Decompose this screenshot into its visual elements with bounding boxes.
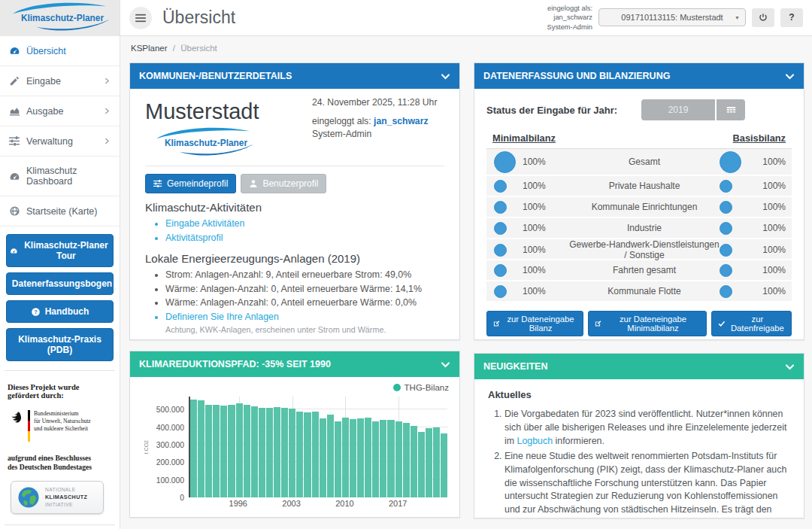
panel-title: NEUIGKEITEN	[483, 361, 547, 372]
minimalbilanz-percent: 100%	[523, 223, 569, 233]
help-button[interactable]: ?	[780, 8, 803, 27]
nki-globe-icon	[17, 486, 40, 509]
basisbilanz-percent: 100%	[750, 245, 786, 255]
sidebar-item-label: Verwaltung	[26, 136, 73, 147]
eagle-icon	[8, 410, 24, 430]
sidebar-item-verwaltung[interactable]: Verwaltung	[0, 126, 120, 157]
panel-title: KOMMUNEN-/BENUTZERDETAILS	[139, 71, 292, 81]
sidebar-item-label: Eingabe	[26, 76, 61, 87]
thg-bar-2001	[274, 407, 280, 497]
y-tick-label: 200.000	[156, 458, 184, 467]
dateneingabe-minimalbilanz-button[interactable]: zur Dateneingabe Minimalbilanz	[588, 311, 707, 336]
minimalbilanz-progress-circle	[494, 244, 507, 257]
aktivitaetsprofil-link[interactable]: Aktivitätsprofil	[165, 233, 223, 243]
person-icon	[249, 179, 258, 188]
sidebar-item-ausgabe[interactable]: Ausgabe	[0, 96, 120, 126]
menu-toggle-button[interactable]	[129, 7, 152, 29]
table-icon	[726, 105, 736, 115]
thg-bar-2011	[350, 419, 356, 497]
basisbilanz-progress-circle	[720, 244, 732, 257]
news-link[interactable]: Minimising Urban Carbon Emissions and He…	[524, 517, 780, 518]
minimalbilanz-progress-circle	[494, 264, 507, 277]
balance-row: 100%Fahrten gesamt100%	[486, 260, 792, 281]
thg-bar-2008	[327, 415, 334, 497]
basisbilanz-percent: 100%	[750, 157, 786, 167]
minimalbilanz-progress-circle	[494, 180, 507, 193]
brand-logo[interactable]: Klimaschutz-Planer	[0, 0, 120, 36]
news-link[interactable]: Logbuch	[517, 436, 553, 446]
legend-label: THG-Bilanz	[404, 383, 449, 392]
municipality-select[interactable]: 091710113115: Musterstadt ▼	[598, 8, 746, 26]
logout-button[interactable]	[752, 8, 774, 27]
thg-bar-2019	[411, 426, 417, 497]
year-picker-button[interactable]	[717, 99, 745, 120]
chart-panel-header[interactable]: KLIMAREDUKTIONSPFAD: -35% SEIT 1990	[130, 351, 459, 377]
thg-bar-2020	[418, 432, 425, 497]
datenfreigabe-button[interactable]: zur Datenfreigabe	[711, 311, 792, 336]
tour-button[interactable]: Klimaschutz-Planer Tour	[6, 234, 114, 267]
basisbilanz-progress-circle	[720, 201, 732, 214]
basisbilanz-progress-circle	[720, 285, 732, 298]
municipality-name: Musterstadt	[145, 99, 259, 124]
chevron-down-icon[interactable]	[785, 71, 795, 81]
sidebar-divider	[5, 524, 115, 525]
balance-rows: 100%Gesamt100%100%Private Haushalte100%1…	[486, 149, 792, 303]
chevron-down-icon[interactable]	[441, 360, 450, 369]
thg-bar-1990	[190, 400, 197, 498]
details-panel-header[interactable]: KOMMUNEN-/BENUTZERDETAILS	[130, 63, 459, 89]
globe-icon	[9, 205, 20, 217]
basisbilanz-percent: 100%	[750, 202, 786, 212]
current-datetime: 24. November 2025, 11:28 Uhr	[312, 96, 444, 108]
minimalbilanz-percent: 100%	[523, 286, 569, 296]
breadcrumb-root-link[interactable]: KSPlaner	[131, 44, 168, 53]
svg-text:Klimaschutz-Planer: Klimaschutz-Planer	[20, 13, 103, 23]
minimalbilanz-column-header[interactable]: Minimalbilanz	[492, 132, 556, 144]
data-panel-header[interactable]: DATENERFASSUNG UND BILANZIERUNG	[474, 63, 804, 89]
username-link[interactable]: jan_schwarz	[374, 116, 428, 126]
divider	[145, 166, 444, 166]
sidebar-item-uebersicht[interactable]: Übersicht	[0, 36, 120, 66]
area-chart-icon	[9, 105, 20, 117]
eingabe-aktivitaeten-link[interactable]: Eingabe Aktivitäten	[165, 218, 244, 229]
balance-category: Private Haushalte	[569, 181, 720, 191]
sidebar-item-startseite-karte[interactable]: Startseite (Karte)	[0, 196, 120, 226]
sidebar-item-eingabe[interactable]: Eingabe	[0, 66, 120, 96]
minimalbilanz-progress-circle	[494, 222, 507, 235]
news-panel-header[interactable]: NEUIGKEITEN	[474, 354, 804, 379]
handbuch-button[interactable]: ? Handbuch	[6, 300, 114, 323]
chevron-down-icon[interactable]	[785, 362, 795, 372]
gemeindeprofil-button[interactable]: Gemeindeprofil	[145, 174, 236, 193]
pencil-icon	[493, 319, 500, 328]
klimaschutz-planer-logo-icon: Klimaschutz-Planer	[7, 1, 114, 35]
minimalbilanz-progress-circle	[494, 285, 507, 298]
balance-row: 100%Industrie100%	[486, 218, 792, 239]
thg-bar-2015	[380, 420, 386, 497]
dateneingabe-bilanz-button[interactable]: zur Dateneingabe Bilanz	[486, 311, 583, 336]
minimalbilanz-progress-circle	[494, 151, 516, 173]
balance-row: 100%Kommunale Einrichtungen100%	[486, 197, 792, 218]
basisbilanz-progress-circle	[720, 151, 741, 173]
sidebar-item-label: Ausgabe	[26, 106, 63, 117]
definieren-anlagen-link[interactable]: Definieren Sie Ihre Anlagen	[165, 312, 279, 322]
minimalbilanz-percent: 100%	[523, 181, 569, 191]
balance-row: 100%Kommunale Flotte100%	[486, 281, 792, 303]
klimaschutz-praxis-button[interactable]: Klimaschutz-Praxis (PDB)	[6, 328, 114, 361]
y-tick-label: 400.000	[156, 423, 184, 431]
thg-bar-1992	[205, 405, 212, 497]
thg-bar-1995	[228, 405, 235, 497]
sliders-icon	[9, 135, 20, 147]
benutzerprofil-button[interactable]: Benutzerprofil	[241, 174, 326, 193]
balance-category: Gesamt	[569, 157, 720, 167]
datenerfassungsbogen-button[interactable]: Datenerfassungsbogen	[6, 272, 114, 295]
year-button[interactable]: 2019	[641, 99, 717, 120]
thg-bar-2003	[289, 409, 295, 497]
kwk-note: Achtung, KWK-Anlagen, erscheinen unter S…	[165, 324, 444, 335]
basisbilanz-column-header[interactable]: Basisbilanz	[733, 132, 786, 144]
thg-bar-1999	[259, 408, 265, 497]
minimalbilanz-progress-circle	[494, 201, 507, 214]
page-title: Übersicht	[162, 8, 235, 28]
bmu-logo: Bundesministerium für Umwelt, Naturschut…	[8, 410, 112, 442]
sidebar-item-klimaschutz-dashboard[interactable]: Klimaschutz Dashboard	[0, 157, 120, 196]
x-tick-label: 2003	[282, 499, 300, 508]
chevron-down-icon[interactable]	[441, 71, 450, 81]
